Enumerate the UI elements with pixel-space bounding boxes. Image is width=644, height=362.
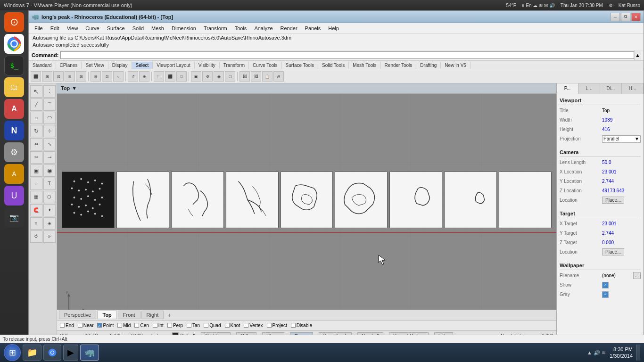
panel-tab-properties[interactable]: P... xyxy=(557,83,578,94)
panel-tab-help[interactable]: H... xyxy=(622,83,644,94)
tb-icon-9[interactable]: ↺ xyxy=(128,71,138,82)
dock-home-icon[interactable]: ⊙ xyxy=(4,12,24,32)
lt-render-icon[interactable]: ✦ xyxy=(43,204,56,216)
lt-select-icon[interactable]: ↖ xyxy=(30,85,42,98)
lt-text-icon[interactable]: T xyxy=(43,178,56,190)
lt-circle-icon[interactable]: ○ xyxy=(30,112,42,124)
dock-text-icon[interactable]: A xyxy=(4,99,24,119)
dock-n-icon[interactable]: N xyxy=(4,121,24,140)
tb-icon-16[interactable]: ◉ xyxy=(214,71,224,82)
snap-mid-cb[interactable] xyxy=(117,323,122,328)
snap-int-cb[interactable] xyxy=(153,323,157,328)
command-scroll[interactable]: ▲ xyxy=(634,50,641,60)
lt-hatch-icon[interactable]: ▦ xyxy=(30,191,42,203)
snap-disable-cb[interactable] xyxy=(291,323,296,328)
taskbar-media[interactable]: ▶ xyxy=(63,345,78,361)
snap-point[interactable]: Point xyxy=(97,323,114,328)
menu-analyze[interactable]: Analyze xyxy=(250,25,276,32)
prop-filename-browse[interactable]: ... xyxy=(633,272,641,279)
prop-camloc-btn[interactable]: Place... xyxy=(602,197,624,204)
tb-icon-20[interactable]: 📋 xyxy=(262,71,272,82)
snap-end[interactable]: End xyxy=(60,323,74,328)
command-input[interactable] xyxy=(60,51,634,59)
close-button[interactable]: ✕ xyxy=(631,13,641,21)
tb-icon-14[interactable]: ▣ xyxy=(191,71,201,82)
dock-settings-icon[interactable]: ⚙ xyxy=(4,142,24,162)
viewport-area[interactable]: Top ▼ xyxy=(57,83,556,341)
tb-icon-15[interactable]: ⚙ xyxy=(202,71,213,82)
lt-more-icon[interactable]: » xyxy=(43,230,56,243)
panel-tab-layers[interactable]: L... xyxy=(578,83,600,94)
tab-visibility[interactable]: Visibility xyxy=(195,62,220,69)
dock-files-icon[interactable]: 🗂 xyxy=(4,77,24,97)
tab-surface-tools[interactable]: Surface Tools xyxy=(282,62,318,69)
menu-curve[interactable]: Curve xyxy=(82,25,103,32)
snap-int[interactable]: Int xyxy=(153,323,164,328)
lt-material-icon[interactable]: ◈ xyxy=(43,217,56,230)
panel-tab-display[interactable]: Di... xyxy=(600,83,622,94)
minimize-button[interactable]: ─ xyxy=(611,13,620,21)
snap-mid[interactable]: Mid xyxy=(117,323,131,328)
prop-show-checkbox[interactable]: ✓ xyxy=(602,282,609,288)
snap-tan-cb[interactable] xyxy=(187,323,191,328)
snap-perp[interactable]: Perp xyxy=(167,323,183,328)
menu-render[interactable]: Render xyxy=(277,25,301,32)
prop-gray-checkbox[interactable]: ✓ xyxy=(602,291,609,298)
snap-project-cb[interactable] xyxy=(267,323,272,328)
tb-icon-6[interactable]: ⊞ xyxy=(91,71,101,82)
snap-quad[interactable]: Quad xyxy=(204,323,221,328)
menu-edit[interactable]: Edit xyxy=(47,25,63,32)
prop-targetloc-btn[interactable]: Place... xyxy=(602,248,624,255)
tab-select[interactable]: Select xyxy=(132,62,153,69)
tab-cplanes[interactable]: CPlanes xyxy=(56,62,82,69)
tb-icon-18[interactable]: 🖼 xyxy=(239,71,250,82)
lt-mirror-icon[interactable]: ⇔ xyxy=(30,138,42,150)
canvas-area[interactable]: x y xyxy=(57,94,556,341)
dock-camera-icon[interactable]: 📷 xyxy=(4,207,24,227)
menu-file[interactable]: File xyxy=(31,25,47,32)
tb-icon-3[interactable]: ⊡ xyxy=(53,71,64,82)
tb-icon-2[interactable]: ⊞ xyxy=(42,71,52,82)
tb-icon-1[interactable]: ⬛ xyxy=(31,71,41,82)
tab-setview[interactable]: Set View xyxy=(82,62,108,69)
lt-dim-icon[interactable]: ↔ xyxy=(30,178,42,190)
menu-dimension[interactable]: Dimension xyxy=(168,25,200,32)
menu-surface[interactable]: Surface xyxy=(103,25,129,32)
lt-layer-icon[interactable]: ≡ xyxy=(30,217,42,230)
lt-block-icon[interactable]: ⬡ xyxy=(43,191,56,203)
vp-tab-right[interactable]: Right xyxy=(141,311,164,319)
snap-vertex-cb[interactable] xyxy=(244,323,248,328)
tb-icon-17[interactable]: ⬡ xyxy=(225,71,235,82)
tab-viewport-layout[interactable]: Viewport Layout xyxy=(153,62,195,69)
menu-panels[interactable]: Panels xyxy=(301,25,325,32)
lt-arc-icon[interactable]: ◠ xyxy=(43,112,56,124)
os-settings-icon[interactable]: ⚙ xyxy=(609,3,613,8)
vp-tab-add[interactable]: + xyxy=(165,311,174,320)
tb-icon-19[interactable]: 🖼 xyxy=(251,71,261,82)
snap-near-cb[interactable] xyxy=(78,323,83,328)
taskbar-start[interactable]: ⊞ xyxy=(4,344,21,361)
restore-button[interactable]: ⧉ xyxy=(621,13,630,21)
snap-knot[interactable]: Knot xyxy=(225,323,240,328)
snap-cen-cb[interactable] xyxy=(134,323,139,328)
vp-tab-front[interactable]: Front xyxy=(118,311,140,319)
dock-software-icon[interactable]: A xyxy=(4,164,24,184)
lt-move-icon[interactable]: ⊹ xyxy=(43,125,56,137)
lt-points-icon[interactable]: ⁚ xyxy=(43,85,56,98)
tab-display[interactable]: Display xyxy=(108,62,132,69)
snap-near[interactable]: Near xyxy=(78,323,94,328)
tb-icon-12[interactable]: ⬛ xyxy=(165,71,175,82)
tab-transform[interactable]: Transform xyxy=(220,62,249,69)
vp-tab-perspective[interactable]: Perspective xyxy=(59,311,96,319)
snap-end-cb[interactable] xyxy=(60,323,65,328)
taskbar-explorer[interactable]: 📁 xyxy=(23,345,41,361)
menu-help[interactable]: Help xyxy=(324,25,343,32)
lt-scale-icon[interactable]: ⤡ xyxy=(43,138,56,150)
snap-knot-cb[interactable] xyxy=(225,323,230,328)
tb-icon-5[interactable]: ⊠ xyxy=(76,71,86,82)
tb-icon-8[interactable]: ○ xyxy=(113,71,124,82)
snap-tan[interactable]: Tan xyxy=(187,323,200,328)
snap-project[interactable]: Project xyxy=(267,323,287,328)
lt-rotate-icon[interactable]: ↻ xyxy=(30,125,42,137)
show-desktop[interactable] xyxy=(636,345,640,361)
